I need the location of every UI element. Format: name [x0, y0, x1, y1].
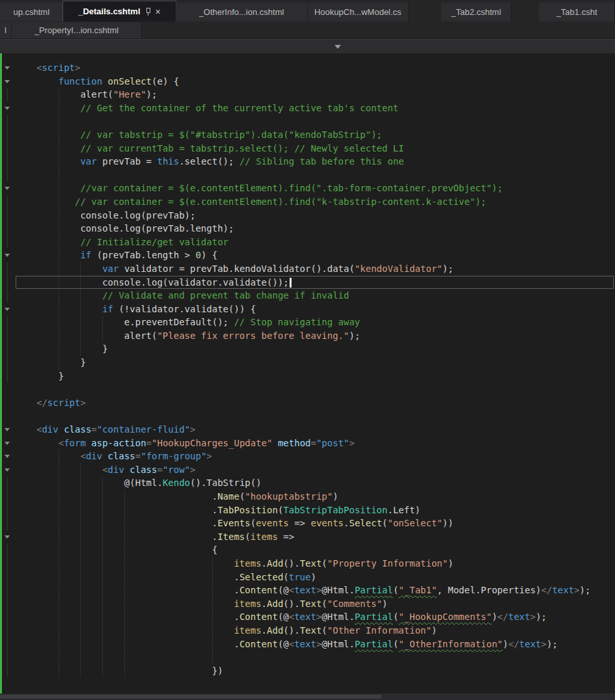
indent-guide — [59, 504, 59, 517]
code-line[interactable]: if (!validator.validate()) { — [0, 303, 615, 316]
code-token — [272, 438, 277, 448]
code-line[interactable]: // Initialize/get validator — [0, 236, 615, 249]
code-line[interactable]: e.preventDefault(); // Stop navigating a… — [0, 316, 615, 329]
dropdown-caret-button[interactable] — [327, 42, 348, 52]
code-line[interactable]: // var container = $(e.contentElement).f… — [0, 195, 615, 209]
indent-guide — [59, 610, 59, 624]
code-line[interactable]: alert("Here"); — [0, 88, 615, 101]
code-line[interactable]: // Validate and prevent tab change if in… — [0, 289, 615, 303]
code-line[interactable]: <div class="row"> — [0, 463, 615, 477]
fold-chevron-icon[interactable] — [0, 423, 36, 437]
code-token: , Model.Properties) — [437, 585, 541, 595]
code-line[interactable]: { — [0, 543, 615, 557]
indent-guide — [59, 316, 59, 329]
indent-guide — [102, 504, 103, 517]
indent-guide — [59, 356, 59, 370]
tab-cropped[interactable]: l — [0, 22, 12, 38]
code-token — [36, 196, 75, 207]
code-line[interactable]: items.Add().Text("Comments") — [0, 597, 615, 611]
code-token: > — [190, 424, 195, 435]
code-token: < — [59, 438, 64, 448]
code-line[interactable]: console.log(prevTab.length); — [0, 222, 615, 236]
code-line[interactable]: // var tabstrip = $("#tabstrip").data("k… — [0, 128, 615, 142]
code-line[interactable]: //var container = $(e.contentElement).fi… — [0, 182, 615, 195]
indent-guide — [80, 664, 81, 678]
fold-margin — [0, 476, 36, 490]
tab-tab2-cshtml[interactable]: _Tab2.cshtml — [441, 3, 511, 21]
scrollbar-thumb[interactable] — [0, 695, 381, 699]
code-line[interactable] — [0, 114, 615, 128]
code-line[interactable] — [0, 409, 615, 423]
code-line[interactable]: .Name("hookuptabstrip") — [0, 490, 615, 504]
code-line[interactable]: items.Add().Text("Property Information") — [0, 557, 615, 571]
code-line[interactable]: } — [0, 342, 615, 356]
indent-guide — [102, 490, 103, 504]
code-line[interactable]: <div class="container-fluid"> — [0, 423, 615, 437]
code-line[interactable]: if (prevTab.length > 0) { — [0, 249, 615, 262]
fold-margin — [0, 584, 36, 597]
code-line[interactable]: // var currentTab = tabstrip.select(); /… — [0, 142, 615, 155]
fold-chevron-icon[interactable] — [0, 75, 36, 88]
fold-chevron-icon[interactable] — [0, 101, 36, 115]
tab-details-cshtml[interactable]: _Details.cshtml × — [63, 1, 176, 21]
tab-otherinformation-cshtml[interactable]: _OtherInfo...ion.cshtml — [176, 3, 307, 21]
horizontal-scrollbar[interactable] — [0, 693, 615, 700]
code-token: true — [289, 572, 311, 582]
code-line[interactable]: .Events(events => events.Select("onSelec… — [0, 517, 615, 530]
code-line[interactable]: console.log(prevTab); — [0, 209, 615, 222]
code-line[interactable]: var validator = prevTab.kendoValidator()… — [0, 262, 615, 276]
tab-tab1-cshtml[interactable]: _Tab1.csht — [539, 3, 615, 21]
fold-chevron-icon[interactable] — [0, 61, 36, 75]
code-line[interactable]: } — [0, 356, 615, 370]
code-token: var — [102, 263, 118, 274]
fold-chevron-icon[interactable] — [0, 463, 36, 477]
code-line[interactable]: console.log(validator.validate()); — [0, 276, 615, 289]
code-line[interactable]: .Content(@<text>@Html.Partial("_HookupCo… — [0, 610, 615, 624]
code-token: ); — [580, 585, 591, 595]
code-line[interactable]: .TabPosition(TabStripTabPosition.Left) — [0, 504, 615, 517]
fold-chevron-icon[interactable] — [0, 249, 36, 262]
code-line[interactable]: .Content(@<text>@Html.Partial("_OtherInf… — [0, 638, 615, 651]
code-token: form — [64, 438, 86, 448]
pin-icon[interactable] — [145, 7, 151, 16]
code-line[interactable]: <script> — [0, 61, 615, 75]
fold-chevron-icon[interactable] — [0, 450, 36, 463]
code-line[interactable] — [0, 651, 615, 664]
code-text: <form asp-action="HookupCharges_Update" … — [36, 437, 615, 450]
code-line[interactable]: @(Html.Kendo().TabStrip() — [0, 476, 615, 490]
code-token: function — [59, 76, 102, 87]
code-line[interactable] — [0, 168, 615, 182]
code-line[interactable]: .Content(@<text>@Html.Partial("_Tab1", M… — [0, 584, 615, 597]
code-line[interactable]: </script> — [0, 396, 615, 410]
indent-guide — [212, 557, 213, 571]
tab-propertyinformation-cshtml[interactable]: _PropertyI...ion.cshtml — [12, 22, 142, 38]
code-token — [36, 304, 102, 314]
fold-chevron-icon[interactable] — [0, 530, 36, 544]
fold-chevron-icon[interactable] — [0, 303, 36, 316]
tab-hookupchargesviewmodel-cs[interactable]: HookupCh...wModel.cs — [308, 3, 409, 21]
close-icon[interactable]: × — [156, 7, 161, 16]
code-editor[interactable]: <script> function onSelect(e) { alert("H… — [0, 53, 615, 693]
indent-guide — [102, 329, 103, 343]
fold-chevron-icon[interactable] — [0, 437, 36, 450]
code-line[interactable]: }) — [0, 664, 615, 678]
code-text: function onSelect(e) { — [36, 75, 615, 88]
code-line[interactable] — [0, 383, 615, 396]
code-line[interactable]: .Selected(true) — [0, 571, 615, 584]
code-line[interactable]: } — [0, 370, 615, 383]
code-text: .Items(items => — [36, 530, 615, 544]
code-line[interactable]: <div class="form-group"> — [0, 450, 615, 463]
code-line[interactable]: items.Add().Text("Other Information") — [0, 624, 615, 638]
code-text: //var container = $(e.contentElement).fi… — [36, 182, 615, 195]
code-line[interactable]: function onSelect(e) { — [0, 75, 615, 88]
code-line[interactable]: // Get the container of the currently ac… — [0, 101, 615, 115]
code-line[interactable]: .Items(items => — [0, 530, 615, 544]
code-line[interactable] — [0, 677, 615, 691]
code-line[interactable]: <form asp-action="HookupCharges_Update" … — [0, 437, 615, 450]
code-line[interactable]: alert("Please fix errors before leaving.… — [0, 329, 615, 343]
indent-guide — [80, 610, 81, 624]
indent-guide — [80, 276, 81, 289]
tab-up-cshtml[interactable]: up.cshtml — [0, 3, 63, 21]
fold-chevron-icon[interactable] — [0, 182, 36, 195]
code-line[interactable]: var prevTab = this.select(); // Sibling … — [0, 155, 615, 168]
